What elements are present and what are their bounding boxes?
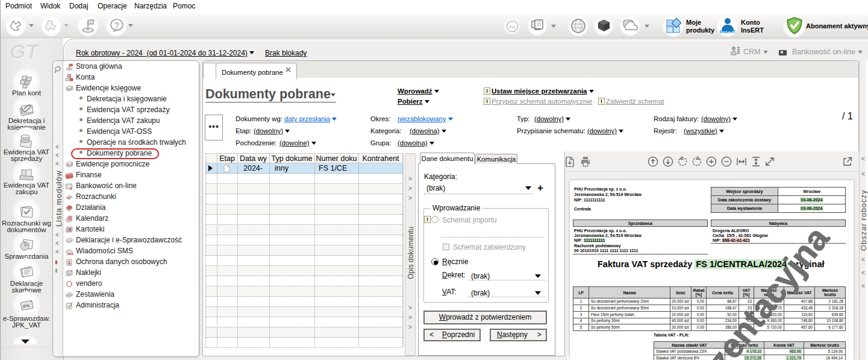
svg-text:?: ? <box>114 21 119 30</box>
svg-text:e: e <box>70 186 73 191</box>
svg-text:ins: ins <box>509 24 515 30</box>
svg-text:SMS: SMS <box>67 252 73 256</box>
svg-text:InsERT: InsERT <box>720 29 735 34</box>
